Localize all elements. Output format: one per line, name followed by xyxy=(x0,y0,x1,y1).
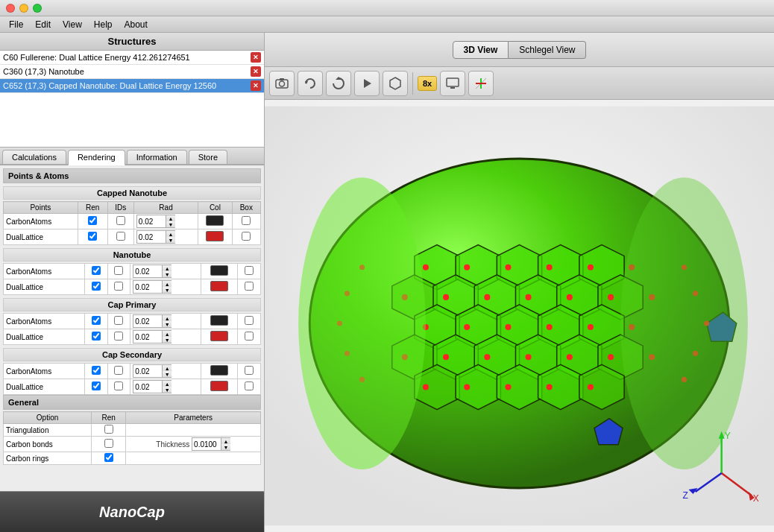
structure-close-2[interactable]: ✕ xyxy=(251,80,261,91)
ids-cell[interactable] xyxy=(107,264,130,279)
ren-cell[interactable] xyxy=(85,279,107,295)
menu-file[interactable]: File xyxy=(3,18,29,31)
rad-input[interactable] xyxy=(137,217,166,227)
ren-checkbox[interactable] xyxy=(92,282,101,291)
box-cell[interactable] xyxy=(238,379,261,395)
ren-cell[interactable] xyxy=(85,379,107,395)
ids-cell[interactable] xyxy=(107,214,133,229)
rad-down[interactable]: ▼ xyxy=(166,221,175,227)
color-swatch-black[interactable] xyxy=(206,215,224,226)
maximize-button[interactable] xyxy=(33,4,42,13)
ren-checkbox[interactable] xyxy=(88,232,97,241)
rad-cell[interactable]: ▲ ▼ xyxy=(133,229,198,245)
ren-cell[interactable] xyxy=(92,424,126,437)
rad-down[interactable]: ▼ xyxy=(166,237,175,243)
carbon-rings-checkbox[interactable] xyxy=(104,453,113,462)
box-cell[interactable] xyxy=(232,229,260,245)
thickness-up[interactable]: ▲ xyxy=(221,438,230,444)
ids-cell[interactable] xyxy=(107,314,130,329)
col-cell[interactable] xyxy=(201,314,238,329)
rad-up[interactable]: ▲ xyxy=(163,315,172,321)
menu-about[interactable]: About xyxy=(119,18,154,31)
tab-3d-view[interactable]: 3D View xyxy=(453,41,509,59)
rad-up[interactable]: ▲ xyxy=(163,265,172,271)
rad-cell[interactable]: ▲ ▼ xyxy=(130,379,201,395)
color-swatch-black[interactable] xyxy=(210,265,228,276)
tab-store[interactable]: Store xyxy=(189,150,227,164)
menu-view[interactable]: View xyxy=(57,18,88,31)
ren-cell[interactable] xyxy=(78,229,107,245)
box-checkbox[interactable] xyxy=(242,216,251,225)
ren-checkbox[interactable] xyxy=(92,266,101,275)
rad-input[interactable] xyxy=(133,332,162,342)
ren-checkbox[interactable] xyxy=(92,366,101,375)
color-swatch-red[interactable] xyxy=(210,331,228,341)
box-cell[interactable] xyxy=(238,314,261,329)
box-checkbox[interactable] xyxy=(245,381,254,390)
box-cell[interactable] xyxy=(238,329,261,345)
refresh-button[interactable] xyxy=(326,71,351,96)
box-cell[interactable] xyxy=(232,214,260,229)
ren-checkbox[interactable] xyxy=(88,216,97,225)
rad-down[interactable]: ▼ xyxy=(163,371,172,377)
ids-checkbox[interactable] xyxy=(114,266,123,275)
tab-rendering[interactable]: Rendering xyxy=(68,150,125,165)
rotate-button[interactable] xyxy=(298,71,323,96)
thickness-input[interactable] xyxy=(192,440,221,449)
ids-cell[interactable] xyxy=(107,229,133,245)
menu-edit[interactable]: Edit xyxy=(29,18,57,31)
rad-input[interactable] xyxy=(137,232,166,242)
ren-cell[interactable] xyxy=(78,214,107,229)
ren-cell[interactable] xyxy=(85,264,107,279)
rad-down[interactable]: ▼ xyxy=(163,387,172,393)
tab-information[interactable]: Information xyxy=(127,150,187,164)
color-swatch-red[interactable] xyxy=(210,281,228,291)
rad-cell[interactable]: ▲ ▼ xyxy=(133,214,198,229)
rad-up[interactable]: ▲ xyxy=(166,215,175,221)
ids-checkbox[interactable] xyxy=(114,366,123,375)
structure-item[interactable]: C360 (17,3) Nanotube ✕ xyxy=(0,65,264,79)
rad-input[interactable] xyxy=(133,267,162,276)
rad-cell[interactable]: ▲ ▼ xyxy=(130,264,201,279)
box-cell[interactable] xyxy=(238,279,261,295)
box-cell[interactable] xyxy=(238,364,261,379)
rad-cell[interactable]: ▲ ▼ xyxy=(130,364,201,379)
rad-cell[interactable]: ▲ ▼ xyxy=(130,279,201,295)
zoom-8x-button[interactable]: 8x xyxy=(418,76,437,91)
ids-checkbox[interactable] xyxy=(114,316,123,325)
col-cell[interactable] xyxy=(201,329,238,345)
color-swatch-black[interactable] xyxy=(210,365,228,376)
rad-down[interactable]: ▼ xyxy=(163,337,172,343)
rad-cell[interactable]: ▲ ▼ xyxy=(130,314,201,329)
tab-calculations[interactable]: Calculations xyxy=(2,150,66,164)
axes-button[interactable] xyxy=(468,71,494,96)
ren-cell[interactable] xyxy=(92,452,126,465)
ren-checkbox[interactable] xyxy=(92,381,101,390)
structure-item-selected[interactable]: C652 (17,3) Capped Nanotube: Dual Lattic… xyxy=(0,79,264,93)
col-cell[interactable] xyxy=(198,214,232,229)
display-button[interactable] xyxy=(440,71,465,96)
play-button[interactable] xyxy=(354,71,380,96)
color-swatch-red[interactable] xyxy=(210,381,228,391)
close-button[interactable] xyxy=(6,4,15,13)
box-checkbox[interactable] xyxy=(245,266,254,275)
ids-cell[interactable] xyxy=(107,379,130,395)
rad-cell[interactable]: ▲ ▼ xyxy=(130,329,201,345)
params-cell[interactable]: Thickness ▲ ▼ xyxy=(126,437,261,452)
structure-close-1[interactable]: ✕ xyxy=(251,66,261,77)
rad-up[interactable]: ▲ xyxy=(163,281,172,287)
rad-down[interactable]: ▼ xyxy=(163,321,172,327)
menu-help[interactable]: Help xyxy=(88,18,119,31)
ids-checkbox[interactable] xyxy=(114,332,123,341)
ids-checkbox[interactable] xyxy=(116,216,125,225)
ren-checkbox[interactable] xyxy=(92,332,101,341)
ren-cell[interactable] xyxy=(85,329,107,345)
minimize-button[interactable] xyxy=(19,4,28,13)
ids-cell[interactable] xyxy=(107,329,130,345)
col-cell[interactable] xyxy=(201,379,238,395)
ids-checkbox[interactable] xyxy=(116,232,125,241)
ids-checkbox[interactable] xyxy=(114,381,123,390)
ren-cell[interactable] xyxy=(85,364,107,379)
tab-schlegel-view[interactable]: Schlegel View xyxy=(509,41,586,59)
col-cell[interactable] xyxy=(201,364,238,379)
